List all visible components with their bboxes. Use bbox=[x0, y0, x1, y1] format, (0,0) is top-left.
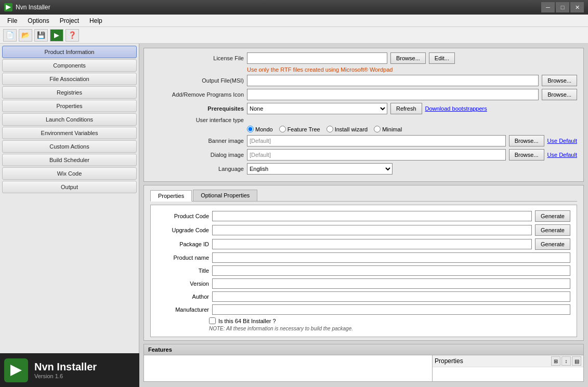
language-select[interactable]: English bbox=[247, 163, 393, 175]
license-file-row: License File Browse... Edit... bbox=[150, 52, 577, 64]
64bit-checkbox[interactable] bbox=[209, 317, 216, 324]
maximize-button[interactable]: □ bbox=[556, 2, 569, 12]
prerequisites-select[interactable]: None bbox=[247, 103, 387, 114]
user-interface-row: User interface type bbox=[150, 117, 577, 123]
product-name-row: Product name bbox=[157, 252, 570, 263]
properties-section: Properties Optional Properties Product C… bbox=[143, 185, 584, 341]
sidebar-item-components[interactable]: Components bbox=[2, 59, 137, 72]
banner-use-default-button[interactable]: Use Default bbox=[547, 138, 577, 144]
sidebar-item-output[interactable]: Output bbox=[2, 181, 137, 193]
output-file-label: Output File(MSI) bbox=[150, 77, 244, 84]
window-controls: ─ □ ✕ bbox=[541, 2, 584, 12]
menu-project[interactable]: Project bbox=[55, 16, 84, 25]
license-file-input[interactable] bbox=[247, 52, 387, 64]
content-area: License File Browse... Edit... Use only … bbox=[139, 44, 588, 387]
license-file-label: License File bbox=[150, 55, 244, 61]
language-row: Language English bbox=[150, 163, 577, 175]
radio-mondo-input[interactable] bbox=[247, 126, 254, 132]
sidebar-item-registries[interactable]: Registries bbox=[2, 86, 137, 99]
radio-install-wizard-input[interactable] bbox=[326, 126, 333, 132]
brand-name: Nvn Installer bbox=[34, 361, 97, 373]
upgrade-code-input[interactable] bbox=[212, 225, 532, 235]
product-code-label: Product Code bbox=[157, 213, 209, 219]
radio-group: Mondo Feature Tree Install wizard Minima… bbox=[247, 126, 577, 132]
upgrade-code-generate-button[interactable]: Generate bbox=[535, 224, 570, 236]
radio-minimal[interactable]: Minimal bbox=[374, 126, 402, 132]
banner-browse-button[interactable]: Browse... bbox=[509, 135, 544, 146]
features-tree bbox=[144, 355, 433, 381]
new-button[interactable]: 📄 bbox=[3, 29, 17, 42]
upgrade-code-row: Upgrade Code Generate bbox=[157, 224, 570, 236]
open-button[interactable]: 📂 bbox=[19, 29, 32, 42]
close-button[interactable]: ✕ bbox=[570, 2, 584, 12]
svg-marker-1 bbox=[10, 365, 22, 376]
product-name-input[interactable] bbox=[212, 252, 570, 263]
sidebar-item-properties[interactable]: Properties bbox=[2, 100, 137, 112]
radio-feature-tree[interactable]: Feature Tree bbox=[279, 126, 320, 132]
upgrade-code-label: Upgrade Code bbox=[157, 227, 209, 233]
sidebar-item-custom-actions[interactable]: Custom Actions bbox=[2, 140, 137, 153]
add-remove-browse-button[interactable]: Browse... bbox=[542, 89, 577, 100]
dialog-use-default-button[interactable]: Use Default bbox=[547, 152, 577, 158]
radio-install-wizard[interactable]: Install wizard bbox=[326, 126, 368, 132]
output-file-input[interactable] bbox=[247, 75, 539, 86]
menu-bar: File Options Project Help bbox=[0, 15, 588, 27]
run-button[interactable]: ▶ bbox=[50, 29, 63, 42]
product-code-generate-button[interactable]: Generate bbox=[535, 210, 570, 222]
tab-optional-properties[interactable]: Optional Properties bbox=[193, 190, 257, 201]
menu-options[interactable]: Options bbox=[22, 16, 54, 25]
radio-mondo[interactable]: Mondo bbox=[247, 126, 273, 132]
tabs-bar: Properties Optional Properties bbox=[150, 190, 577, 202]
banner-image-label: Banner image bbox=[150, 138, 244, 144]
window-title: Nvn Installer bbox=[16, 4, 541, 11]
download-bootstrappers-link[interactable]: Download bootstrappers bbox=[425, 105, 487, 112]
minimize-button[interactable]: ─ bbox=[541, 2, 555, 12]
dialog-image-input[interactable] bbox=[247, 149, 506, 161]
radio-mondo-label: Mondo bbox=[255, 126, 273, 132]
svg-marker-0 bbox=[6, 5, 11, 10]
radio-install-wizard-label: Install wizard bbox=[335, 126, 368, 132]
sidebar-inner: Product Information Components File Asso… bbox=[0, 44, 139, 230]
radio-feature-tree-input[interactable] bbox=[279, 126, 286, 132]
output-browse-button[interactable]: Browse... bbox=[542, 75, 577, 86]
brand-version: Version 1.6 bbox=[34, 373, 97, 379]
add-remove-input[interactable] bbox=[247, 89, 539, 100]
package-id-input[interactable] bbox=[212, 239, 532, 249]
sidebar: Product Information Components File Asso… bbox=[0, 44, 139, 387]
license-edit-button[interactable]: Edit... bbox=[429, 52, 455, 64]
save-button[interactable]: 💾 bbox=[34, 29, 48, 42]
title-input[interactable] bbox=[212, 265, 570, 276]
package-id-generate-button[interactable]: Generate bbox=[535, 238, 570, 250]
app-icon bbox=[4, 3, 12, 11]
feat-icon-btn-1[interactable]: ⊞ bbox=[551, 356, 560, 366]
brand-logo bbox=[4, 358, 28, 382]
manufacturer-input[interactable] bbox=[212, 304, 570, 315]
sidebar-item-wix-code[interactable]: Wix Code bbox=[2, 167, 137, 180]
menu-help[interactable]: Help bbox=[84, 16, 108, 25]
help-button[interactable]: ❓ bbox=[66, 29, 79, 42]
radio-minimal-input[interactable] bbox=[374, 126, 381, 132]
menu-file[interactable]: File bbox=[2, 16, 22, 25]
user-interface-label: User interface type bbox=[150, 117, 244, 123]
main-container: Product Information Components File Asso… bbox=[0, 44, 588, 387]
license-browse-button[interactable]: Browse... bbox=[390, 52, 426, 64]
author-input[interactable] bbox=[212, 291, 570, 302]
sidebar-item-environment-variables[interactable]: Environment Variables bbox=[2, 127, 137, 139]
sidebar-item-build-scheduler[interactable]: Build Scheduler bbox=[2, 154, 137, 166]
feat-icon-btn-3[interactable]: ▤ bbox=[572, 356, 581, 366]
brand-text: Nvn Installer Version 1.6 bbox=[34, 361, 97, 379]
product-code-input[interactable] bbox=[212, 211, 532, 221]
package-id-row: Package ID Generate bbox=[157, 238, 570, 250]
manufacturer-row: Manufacturer bbox=[157, 304, 570, 315]
output-file-row: Output File(MSI) Browse... bbox=[150, 75, 577, 86]
sidebar-item-file-association[interactable]: File Association bbox=[2, 73, 137, 85]
tab-properties[interactable]: Properties bbox=[150, 190, 192, 202]
properties-panel: Product Code Generate Upgrade Code Gener… bbox=[150, 205, 577, 337]
feat-icon-btn-2[interactable]: ↕ bbox=[561, 356, 571, 366]
dialog-browse-button[interactable]: Browse... bbox=[509, 149, 544, 161]
refresh-button[interactable]: Refresh bbox=[390, 103, 422, 114]
sidebar-item-launch-conditions[interactable]: Launch Conditions bbox=[2, 113, 137, 126]
version-input[interactable] bbox=[212, 278, 570, 289]
sidebar-item-product-information[interactable]: Product Information bbox=[2, 46, 137, 58]
banner-image-input[interactable] bbox=[247, 135, 506, 146]
